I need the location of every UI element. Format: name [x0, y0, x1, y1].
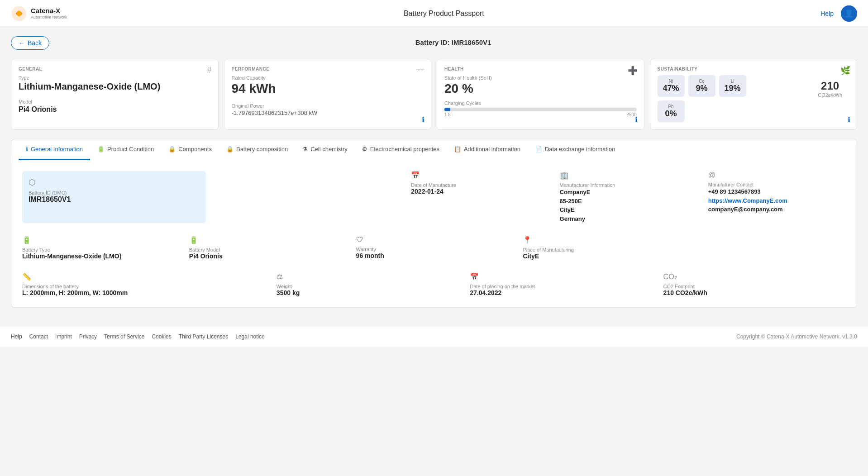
- help-link[interactable]: Help: [820, 10, 834, 17]
- footer-privacy[interactable]: Privacy: [79, 333, 97, 340]
- performance-card: PERFORMANCE 〰 Rated Capacity 94 kWh Orig…: [224, 59, 432, 130]
- manufacturer-info-section: 🏢 Manufacturer Information CompanyE65-25…: [560, 171, 697, 223]
- sustainability-card: SUSTAINABILITY 🌿 Ni 47% Co 9% L: [650, 59, 858, 130]
- leaf-icon: 🌿: [840, 66, 850, 76]
- dimensions-value: L: 2000mm, H: 200mm, W: 1000mm: [22, 289, 266, 296]
- battery-id-dmc-value: IMR18650V1: [29, 195, 200, 204]
- battery-model-section: 🔋 Battery Model Pi4 Orionis: [189, 236, 345, 260]
- footer-copyright: Copyright © Catena-X Automotive Network.…: [736, 333, 857, 340]
- footer-imprint[interactable]: Imprint: [55, 333, 72, 340]
- calendar-icon: 📅: [411, 171, 548, 180]
- tab-chemistry-icon: ⚗: [302, 146, 308, 152]
- back-button[interactable]: ← Back: [11, 36, 49, 50]
- date-of-manufacture-section: 📅 Date of Manufacture 2022-01-24: [411, 171, 548, 223]
- sus-info-icon[interactable]: ℹ: [848, 115, 850, 124]
- tab-doc-icon: 📄: [535, 146, 542, 152]
- footer-links: Help Contact Imprint Privacy Terms of Se…: [11, 333, 265, 340]
- tab-data-exchange[interactable]: 📄 Data exchange information: [528, 139, 622, 160]
- model-value: Pi4 Orionis: [19, 105, 211, 114]
- co2-display: 210 CO2e/kWh: [811, 75, 849, 102]
- date-placing-value: 27.04.2022: [470, 289, 652, 296]
- health-info-icon[interactable]: ℹ: [635, 115, 638, 124]
- battery-model-value: Pi4 Orionis: [189, 252, 345, 260]
- fingerprint-icon: ⬡: [29, 177, 200, 187]
- main-content: ← Back Battery ID: IMR18650V1 GENERAL # …: [0, 27, 868, 317]
- general-card: GENERAL # Type Lithium-Manganese-Oxide (…: [11, 59, 219, 130]
- model-label: Model: [19, 99, 211, 105]
- footer: Help Contact Imprint Privacy Terms of Se…: [0, 326, 868, 347]
- weight-label: Weight: [277, 284, 459, 289]
- weight-section: ⚖ Weight 3500 kg: [277, 272, 459, 296]
- calendar2-icon: 📅: [470, 272, 652, 281]
- summary-cards: GENERAL # Type Lithium-Manganese-Oxide (…: [11, 59, 857, 130]
- dimensions-label: Dimensions of the battery: [22, 284, 266, 289]
- dom-value: 2022-01-24: [411, 188, 548, 195]
- tab-components[interactable]: 🔒 Components: [161, 139, 219, 160]
- co2-value: 210: [818, 80, 842, 92]
- user-avatar[interactable]: 👤: [841, 5, 857, 22]
- co2-label: CO2e/kWh: [818, 92, 842, 98]
- performance-info-icon[interactable]: ℹ: [422, 115, 424, 124]
- original-power-label: Original Power: [232, 103, 424, 109]
- manufacturer-contact-section: @ Manufaturer Contact +49 89 1234567893 …: [708, 171, 846, 223]
- soh-label: State of Health (SoH): [444, 75, 637, 81]
- tab-product-condition[interactable]: 🔋 Product Condition: [90, 139, 161, 160]
- performance-icon: 〰: [416, 66, 424, 75]
- rated-capacity-value: 94 kWh: [232, 81, 424, 96]
- logo: Catena-X Automotive Network: [11, 5, 67, 22]
- footer-tos[interactable]: Terms of Service: [104, 333, 144, 340]
- location-icon: 📍: [523, 236, 679, 244]
- sus-badges-row1: Ni 47% Co 9% Li 19%: [658, 75, 807, 97]
- co-badge: Co 9%: [688, 75, 715, 97]
- tab-battery-icon: 🔋: [97, 146, 105, 152]
- tab-battery-composition[interactable]: 🔒 Battery composition: [219, 139, 295, 160]
- logo-subtitle: Automotive Network: [31, 15, 67, 19]
- tab-cell-chemistry[interactable]: ⚗ Cell chemistry: [295, 139, 355, 160]
- battery-id-header: Battery ID: IMR18650V1: [49, 38, 857, 46]
- battery-type-section: 🔋 Battery Type Lithium-Manganese-Oxide (…: [22, 236, 178, 260]
- mfr-contact-label: Manufaturer Contact: [708, 182, 846, 187]
- tab-bar: ℹ General Information 🔋 Product Conditio…: [11, 139, 857, 160]
- battery-type-icon: 🔋: [22, 236, 178, 244]
- battery-model-label: Battery Model: [189, 247, 345, 252]
- health-card: HEALTH ➕ State of Health (SoH) 20 % Char…: [437, 59, 644, 130]
- mfr-info-value: CompanyE65-250ECityEGermany: [560, 188, 697, 223]
- type-value: Lithium-Manganese-Oxide (LMO): [19, 81, 211, 92]
- co2-icon: CO₂: [663, 272, 846, 281]
- tab-lock-icon: 🔒: [168, 146, 176, 152]
- footer-legal[interactable]: Legal notice: [235, 333, 265, 340]
- tab-content-general-info: ⬡ Battery ID (DMC) IMR18650V1 📅 Date of …: [11, 160, 857, 308]
- footer-cookies[interactable]: Cookies: [152, 333, 171, 340]
- tab-general-information[interactable]: ℹ General Information: [19, 139, 90, 160]
- health-icon: ➕: [628, 66, 638, 76]
- building-icon: 🏢: [560, 171, 697, 180]
- weight-icon: ⚖: [277, 272, 459, 281]
- battery-id-section: ⬡ Battery ID (DMC) IMR18650V1: [22, 171, 206, 223]
- dimensions-section: 📏 Dimensions of the battery L: 2000mm, H…: [22, 272, 266, 296]
- mfr-info-label: Manufacturer Information: [560, 182, 697, 188]
- ni-badge: Ni 47%: [658, 75, 685, 97]
- footer-help[interactable]: Help: [11, 333, 22, 340]
- date-placing-section: 📅 Date of placing on the market 27.04.20…: [470, 272, 652, 296]
- battery-type-value: Lithium-Manganese-Oxide (LMO): [22, 252, 178, 260]
- soh-value: 20 %: [444, 81, 637, 96]
- footer-third-party[interactable]: Third Party Licenses: [179, 333, 228, 340]
- battery-id-dmc-label: Battery ID (DMC): [29, 190, 200, 195]
- co2-label: CO2 Footprint: [663, 284, 846, 289]
- tab-electrochemical[interactable]: ⚙ Electrochemical properties: [355, 139, 447, 160]
- general-card-label: GENERAL: [19, 67, 211, 71]
- li-badge: Li 19%: [719, 75, 746, 97]
- mfr-contact-website[interactable]: https://www.CompanyE.com: [708, 196, 846, 205]
- tab-gear-icon: ⚙: [362, 146, 367, 152]
- place-mfr-value: CityE: [523, 252, 679, 260]
- header: Catena-X Automotive Network Battery Prod…: [0, 0, 868, 27]
- warranty-value: 96 month: [356, 252, 512, 259]
- health-card-label: HEALTH: [444, 67, 637, 71]
- footer-contact[interactable]: Contact: [29, 333, 48, 340]
- tab-additional-info[interactable]: 📋 Additional information: [447, 139, 528, 160]
- place-manufacturing-section: 📍 Place of Manufacturing CityE: [523, 236, 679, 260]
- tab-clipboard-icon: 📋: [454, 146, 461, 152]
- warranty-icon: 🛡: [356, 236, 512, 244]
- page-title: Battery Product Passport: [404, 10, 484, 18]
- co2-footprint-section: CO₂ CO2 Footprint 210 CO2e/kWh: [663, 272, 846, 296]
